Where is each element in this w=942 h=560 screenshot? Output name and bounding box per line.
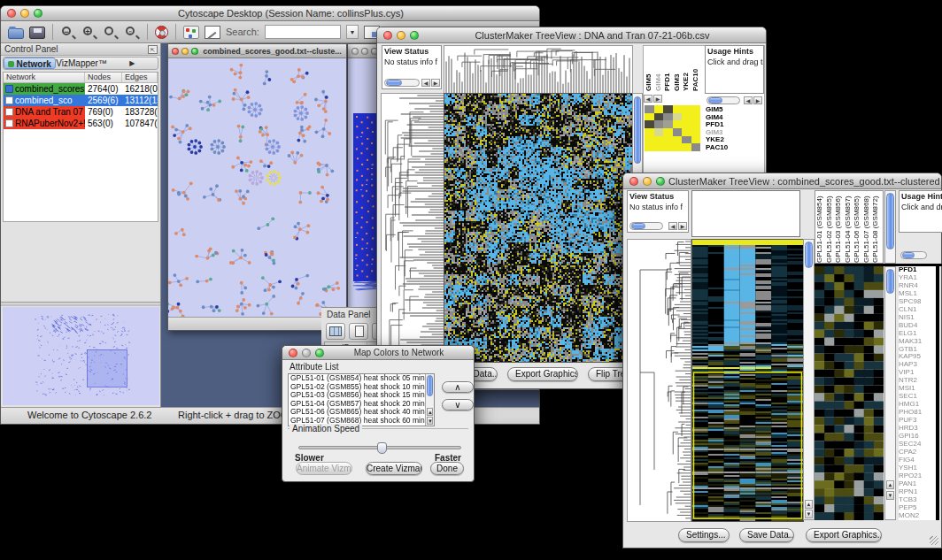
more-tabs-arrow[interactable]: ▶ <box>107 58 158 69</box>
gene-label[interactable]: ELG1 <box>899 330 936 338</box>
attribute-list-item[interactable]: GPL51-02 (GSM855) heat shock 10 min <box>289 383 434 392</box>
gene-label[interactable]: KAP95 <box>899 353 936 361</box>
settings--button[interactable]: Settings... <box>678 528 730 542</box>
tab-network[interactable]: Network <box>4 58 56 69</box>
network-window-a-scrollbar[interactable] <box>168 317 346 330</box>
gene-label[interactable]: PAC10 <box>706 144 736 152</box>
scroll-left-icon[interactable]: ◀ <box>744 96 753 104</box>
panel-splitter[interactable] <box>1 302 160 306</box>
heatmap-vscrollbar[interactable]: ▲ ▼ <box>803 239 815 520</box>
view-status-scrollbar[interactable] <box>629 222 663 230</box>
network-list-row[interactable]: combined_scores2764(0)16218(0) <box>4 83 158 95</box>
gene-label[interactable]: VIP1 <box>899 369 936 377</box>
gene-label[interactable]: HRD3 <box>899 425 936 433</box>
gene-label[interactable]: NIS1 <box>899 314 936 322</box>
network-list-row[interactable]: DNA and Tran 07769(0)183728(0) <box>4 106 158 118</box>
tab-vizmapper[interactable]: VizMapper™ <box>56 58 106 69</box>
gene-label[interactable]: SEC24 <box>899 441 936 449</box>
heatmap-cell[interactable] <box>645 136 654 144</box>
gene-label[interactable]: NTR2 <box>899 377 936 385</box>
attribute-list-item[interactable]: GPL51-03 (GSM856) heat shock 15 min <box>289 391 434 400</box>
scroll-down-icon[interactable]: ▼ <box>886 491 894 500</box>
heatmap-cell[interactable] <box>673 136 683 144</box>
minimize-button[interactable] <box>181 48 189 55</box>
heatmap-cell[interactable] <box>663 105 673 113</box>
scroll-right-icon[interactable]: ▶ <box>653 95 662 103</box>
gene-label[interactable]: PFD1 <box>706 121 736 129</box>
slider-thumb[interactable] <box>377 442 387 454</box>
heatmap-cell[interactable] <box>682 105 691 113</box>
network-window-a[interactable]: combined_scores_good.txt--cluste... <box>167 43 347 331</box>
zoomed-heatmap[interactable] <box>815 266 884 520</box>
gene-label[interactable]: YRA1 <box>899 274 936 282</box>
usage-hints-scrollbar[interactable] <box>706 96 740 104</box>
table-icon[interactable] <box>326 323 345 340</box>
network-overview[interactable] <box>3 307 159 405</box>
heatmap-cell[interactable] <box>663 128 673 136</box>
column-label[interactable]: YKE2 <box>682 46 691 91</box>
heatmap-cell[interactable] <box>691 113 701 121</box>
minimize-button[interactable] <box>302 349 311 357</box>
view-status-scrollbar[interactable] <box>384 79 420 87</box>
minimize-button[interactable] <box>643 177 652 186</box>
zoom-button[interactable] <box>656 177 665 186</box>
attribute-list-item[interactable]: GPL51-06 (GSM865) heat shock 40 min <box>289 408 434 417</box>
scroll-up-icon[interactable]: ▲ <box>886 480 894 489</box>
heatmap-cell[interactable] <box>654 128 664 136</box>
scroll-left-icon[interactable]: ◀ <box>668 222 677 230</box>
gene-label[interactable]: MSI1 <box>899 385 936 393</box>
annotation-icon[interactable] <box>205 26 220 39</box>
gene-label[interactable]: GIM4 <box>706 114 736 122</box>
treeview-b-titlebar[interactable]: ClusterMaker TreeView : combined_scores_… <box>623 173 941 189</box>
zoom-button[interactable] <box>315 349 324 357</box>
zoom-button[interactable] <box>410 31 419 40</box>
attribute-list-scrollbar[interactable]: ▲ ▼ <box>425 374 434 426</box>
lifering-icon[interactable] <box>155 26 168 39</box>
close-button[interactable] <box>629 177 638 186</box>
gene-label[interactable]: SPC98 <box>899 298 936 306</box>
usage-hints-scrollbar[interactable] <box>900 251 927 259</box>
gene-label[interactable]: FIG4 <box>899 456 936 464</box>
column-label[interactable]: GPL51-06 (GSM865) <box>853 193 862 263</box>
network-list-row[interactable]: RNAPuberNov2+!563(0)107847(0) <box>4 118 158 129</box>
attribute-list-item[interactable]: GPL51-04 (GSM857) heat shock 20 min <box>289 400 434 409</box>
gene-label[interactable]: RNR4 <box>899 282 936 290</box>
heatmap-cell[interactable] <box>673 105 683 113</box>
row-dendrogram[interactable] <box>381 93 444 363</box>
close-button[interactable] <box>383 31 392 40</box>
animation-speed-slider[interactable] <box>298 446 461 449</box>
scroll-down-icon[interactable]: ▼ <box>805 510 813 518</box>
heatmap-cell[interactable] <box>663 136 673 144</box>
zoom-selected-icon[interactable]: ▫ <box>124 25 140 40</box>
column-label[interactable]: PAC10 <box>691 46 701 91</box>
network-view-a[interactable] <box>168 58 346 318</box>
expression-heatmap[interactable] <box>691 239 804 522</box>
column-label[interactable]: GIM3 <box>673 46 683 91</box>
zoom-button[interactable] <box>34 9 42 18</box>
close-button[interactable] <box>289 349 297 357</box>
heatmap-cell[interactable] <box>673 120 683 128</box>
heatmap-cell[interactable] <box>682 143 691 151</box>
heatmap-cell[interactable] <box>663 113 673 121</box>
heatmap-cell[interactable] <box>663 143 673 151</box>
column-label[interactable]: GIM5 <box>645 46 654 91</box>
heatmap-cell[interactable] <box>691 120 701 128</box>
column-label[interactable]: GPL51-03 (GSM856) <box>834 193 844 263</box>
heatmap-cell[interactable] <box>673 113 683 121</box>
scroll-up-icon[interactable]: ▲ <box>427 408 433 416</box>
open-session-icon[interactable] <box>8 28 24 39</box>
dialog-titlebar[interactable]: Map Colors to Network <box>282 346 474 360</box>
heatmap-cell[interactable] <box>682 113 691 121</box>
close-button[interactable] <box>351 48 359 55</box>
move-down-button[interactable]: ∨ <box>442 399 474 410</box>
column-label[interactable]: GPL51-01 (GSM854) <box>815 193 825 263</box>
network-window-a-titlebar[interactable]: combined_scores_good.txt--cluste... <box>168 44 346 58</box>
cluster-mini-heatmap[interactable] <box>645 105 700 151</box>
move-up-button[interactable]: ∧ <box>442 381 474 393</box>
heatmap-cell[interactable] <box>654 136 664 144</box>
column-label[interactable]: GPL51-02 (GSM855) <box>825 193 835 263</box>
heatmap-cell[interactable] <box>645 120 654 128</box>
column-label[interactable]: GPL51-04 (GSM857) <box>844 193 853 263</box>
export-graphics--button[interactable]: Export Graphics... <box>507 367 578 381</box>
heatmap-cell[interactable] <box>654 143 664 151</box>
